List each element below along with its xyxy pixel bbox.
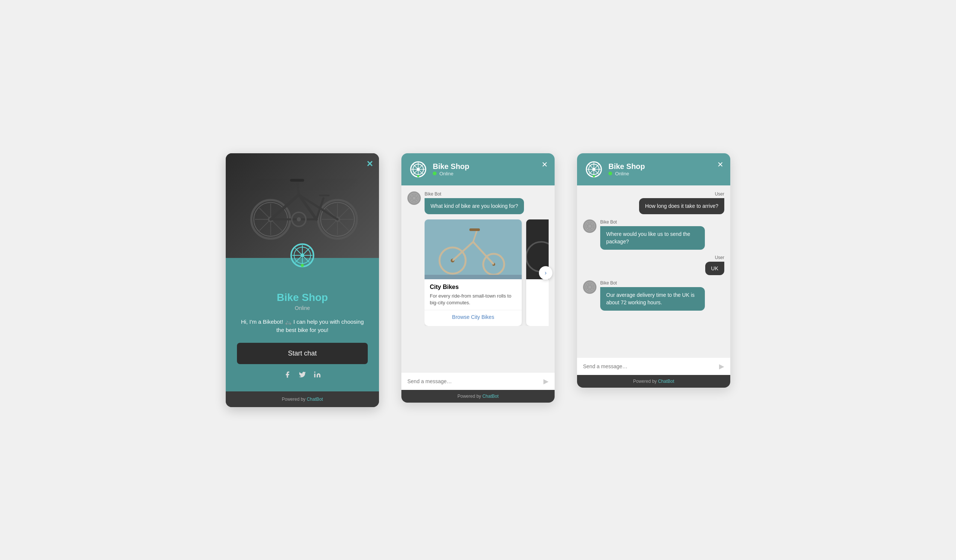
start-chat-button[interactable]: Start chat [237,343,368,364]
send-button-panel2[interactable]: ▶ [543,377,549,385]
svg-rect-58 [425,275,522,279]
bot-bubble-2: Where would you like us to send the pack… [600,226,705,250]
svg-line-14 [270,195,299,219]
panel1-content: Bike Shop Online Hi, I'm a Bikebot! 🚲 I … [226,266,379,392]
svg-point-40 [417,175,419,177]
bike-illustration [242,170,362,241]
chat-footer-panel3: Powered by ChatBot [577,375,730,388]
city-bikes-card: City Bikes For every ride-from small-tow… [425,219,522,326]
bot-avatar-panel3-2 [583,280,596,294]
shop-name-panel3: Bike Shop [609,162,645,171]
bot-avatar-panel2 [407,191,421,205]
welcome-panel: ✕ Bike Shop Online Hi, I'm a Bikebot! 🚲 … [226,153,379,407]
bike-shop-logo-panel3 [585,160,603,179]
bike-shop-logo-panel1 [289,242,315,268]
user-label-3: User [715,255,724,260]
chat-body-panel2: Bike Bot What kind of bike are you looki… [401,186,555,372]
chat-footer-panel2: Powered by ChatBot [401,390,555,403]
bot-name-panel3-2: Bike Bot [600,280,705,286]
chat-body-panel3: User How long does it take to arrive? [577,186,730,357]
close-button-panel3[interactable]: ✕ [717,160,723,169]
user-label-1: User [715,191,724,197]
chatbot-link-panel3[interactable]: ChatBot [658,379,674,384]
city-bikes-link[interactable]: Browse City Bikes [430,314,516,321]
status-panel1: Online [237,305,368,311]
chat-panel-cards: Bike Shop Online ✕ [401,153,555,403]
svg-rect-19 [290,179,304,182]
chat-panel-conversation: Bike Shop Online ✕ User How long does it… [577,153,730,388]
footer-text-panel3: Powered by [633,379,658,384]
bike-cards-carousel: City Bikes For every ride-from small-tow… [425,219,549,326]
bot-name-panel2: Bike Bot [425,191,524,197]
message-input-panel2[interactable] [407,378,540,384]
city-bikes-desc: For every ride-from small-town rolls to … [430,293,516,306]
footer-text-panel1: Powered by [282,396,307,402]
chatbot-link-panel2[interactable]: ChatBot [483,394,498,399]
greeting-text: Hi, I'm a Bikebot! 🚲 I can help you with… [237,318,368,335]
user-bubble-3: UK [705,262,724,275]
bot-message-4: Bike Bot Our average delivery time to th… [583,280,724,311]
social-icons [237,371,368,380]
footer-text-panel2: Powered by [458,394,483,399]
user-bubble-1: How long does it take to arrive? [639,198,724,215]
shop-name-panel2: Bike Shop [433,162,469,171]
city-bikes-title: City Bikes [430,284,516,291]
shop-name-panel1: Bike Shop [237,292,368,304]
chatbot-link-panel1[interactable]: ChatBot [307,396,323,402]
bot-bubble-panel2: What kind of bike are you looking for? [425,198,524,215]
online-indicator-panel3 [609,171,612,175]
header-info-panel3: Bike Shop Online [609,162,645,176]
linkedin-icon[interactable] [314,371,321,380]
status-panel3: Online [609,171,645,176]
panel1-footer: Powered by ChatBot [226,392,379,407]
panels-container: ✕ Bike Shop Online Hi, I'm a Bikebot! 🚲 … [226,153,730,407]
user-message-3: User UK [583,255,724,275]
bot-message-row: Bike Bot What kind of bike are you looki… [407,191,549,215]
chat-input-area-panel3: ▶ [577,357,730,375]
chat-input-area-panel2: ▶ [401,372,555,390]
svg-line-18 [297,181,299,195]
city-bikes-card-body: City Bikes For every ride-from small-tow… [425,279,522,326]
svg-line-15 [299,195,316,219]
twitter-icon[interactable] [299,371,306,380]
send-button-panel3[interactable]: ▶ [719,362,724,370]
svg-point-68 [593,175,595,177]
bot-name-panel3-1: Bike Bot [600,219,705,225]
svg-point-31 [301,264,304,267]
online-indicator-panel2 [433,171,437,175]
status-panel2: Online [433,171,469,176]
card-divider [425,310,522,310]
bot-bubble-4: Our average delivery time to the UK is a… [600,287,705,311]
city-bikes-image [425,219,522,279]
chat-header-panel2: Bike Shop Online ✕ [401,153,555,186]
close-button-panel2[interactable]: ✕ [541,160,548,169]
bot-avatar-panel3 [583,219,596,233]
svg-rect-56 [469,228,480,231]
chat-header-panel3: Bike Shop Online ✕ [577,153,730,186]
svg-point-23 [297,217,301,221]
message-input-panel3[interactable] [583,363,715,369]
user-message-1: User How long does it take to arrive? [583,191,724,215]
bike-shop-logo-panel2 [409,160,428,179]
carousel-next-button[interactable]: › [539,266,552,280]
close-button-panel1[interactable]: ✕ [366,159,373,169]
svg-point-32 [314,371,315,372]
header-info-panel2: Bike Shop Online [433,162,469,176]
facebook-icon[interactable] [284,371,291,380]
bot-message-2: Bike Bot Where would you like us to send… [583,219,724,250]
